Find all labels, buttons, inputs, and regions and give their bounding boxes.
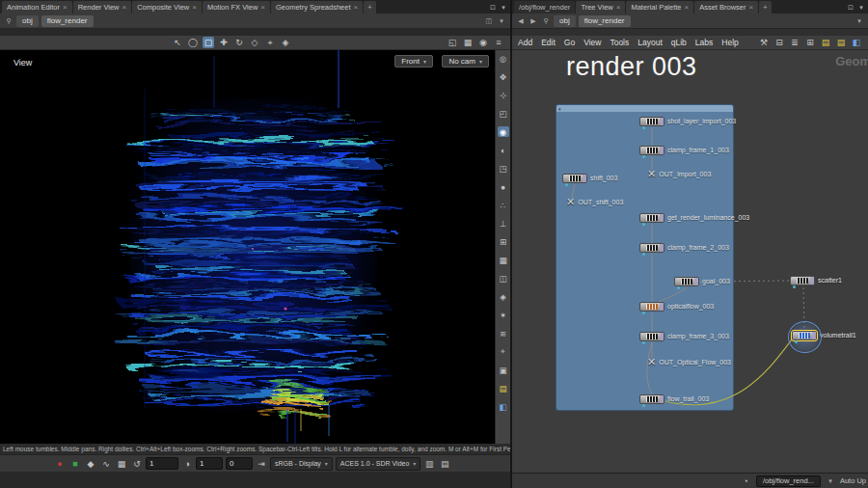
node-flow-trail-003[interactable]: ✕ flow_trail_003 <box>639 394 709 406</box>
new-tab-button[interactable]: + <box>364 1 375 14</box>
lighting-icon[interactable]: ✶ <box>498 310 509 320</box>
wrench-icon[interactable]: ⚒ <box>758 37 770 48</box>
node-clamp-frame-3-003[interactable]: ✕ clamp_frame_3_003 <box>639 332 729 343</box>
snap-grid-icon[interactable]: ⊟ <box>773 37 785 48</box>
pin-icon[interactable]: ⚲ <box>4 17 14 25</box>
node-opticalflow-003[interactable]: ✕ opticalflow_003 <box>639 302 714 313</box>
pane-tab[interactable]: Tree View × <box>576 1 625 14</box>
menu-item[interactable]: qLib <box>671 38 687 47</box>
pane-tab[interactable]: Asset Browser × <box>694 1 758 14</box>
record-icon[interactable]: ● <box>54 458 66 470</box>
pane-tab-menu-icon[interactable]: ▾ <box>499 1 508 14</box>
menu-item[interactable]: Layout <box>637 38 663 47</box>
node-goal-003[interactable]: ✕ goal_003 <box>674 277 730 288</box>
node-clamp-frame-2-003[interactable]: ✕ clamp_frame_2_003 <box>639 243 729 255</box>
pivot-icon[interactable]: ⌖ <box>498 346 509 357</box>
motion-fx-icon[interactable]: ∿ <box>100 458 112 470</box>
node-volumetrail1[interactable]: ✕ volumetrail1 <box>792 331 856 342</box>
loop-icon[interactable]: ↺ <box>131 458 143 470</box>
pane-tab[interactable]: Material Palette × <box>626 1 693 14</box>
menu-item[interactable]: Tools <box>610 38 629 47</box>
back-icon[interactable]: ◀ <box>516 17 526 25</box>
frame-field[interactable] <box>146 457 178 470</box>
split-display-icon[interactable]: ▥ <box>423 458 435 470</box>
view-tool-icon[interactable]: ◎ <box>498 53 509 64</box>
grid-toggle-icon[interactable]: ⊞ <box>498 236 509 247</box>
view-transform-dropdown[interactable]: ACES 1.0 - SDR Video ▾ <box>336 457 420 471</box>
forward-icon[interactable]: ▶ <box>529 17 538 25</box>
color-correction-icon[interactable]: ◧ <box>498 401 509 412</box>
status-caret-icon[interactable]: ▾ <box>826 477 835 485</box>
node-clamp-frame-1-003[interactable]: ✕ clamp_frame_1_003 <box>639 146 729 157</box>
rotate-tool-icon[interactable]: ↻ <box>233 37 245 48</box>
select-mode-icon[interactable]: ⊹ <box>498 90 509 100</box>
pane-path-tab[interactable]: /obj/flow_render <box>514 1 575 14</box>
pane-tab[interactable]: Render View × <box>73 1 131 14</box>
grid-view-icon[interactable]: ⊞ <box>804 37 816 48</box>
pin-icon[interactable]: ⚲ <box>541 17 551 25</box>
smooth-shade-icon[interactable]: ● <box>498 181 509 192</box>
close-tab-icon[interactable]: × <box>685 3 690 12</box>
pane-tab-menu-icon[interactable]: ▾ <box>856 1 866 14</box>
gamma-icon[interactable]: ◑ <box>181 458 193 470</box>
list-view-icon[interactable]: ≣ <box>789 37 800 48</box>
network-editor-canvas[interactable]: render 003 Geom ▾ <box>512 50 868 473</box>
notes-icon[interactable]: ▤ <box>835 37 847 48</box>
menu-item[interactable]: Add <box>518 38 532 47</box>
wireframe-icon[interactable]: ◳ <box>498 163 509 174</box>
render-region-icon[interactable]: ◱ <box>447 37 458 48</box>
ortho-view-icon[interactable]: ▦ <box>498 255 509 265</box>
pane-tab[interactable]: Composite View × <box>132 1 202 14</box>
flipbook-settings-icon[interactable]: ▤ <box>498 383 509 393</box>
box-select-icon[interactable]: ▢ <box>203 37 214 48</box>
menu-item[interactable]: Go <box>564 38 575 47</box>
node-scatter1[interactable]: ✕ scatter1 <box>790 276 842 287</box>
new-tab-button[interactable]: + <box>759 1 771 14</box>
close-tab-icon[interactable]: × <box>192 3 197 12</box>
node-shift-003[interactable]: ✕ shift_003 <box>562 174 617 185</box>
colorspace-dropdown[interactable]: sRGB - Display ▾ <box>270 457 333 471</box>
playbar-display-icon[interactable]: ▦ <box>116 458 127 470</box>
scene-viewport[interactable]: View Front ▾ No cam ▾ <box>0 50 495 444</box>
close-tab-icon[interactable]: × <box>616 3 621 12</box>
pan-tool-icon[interactable]: ✥ <box>498 71 509 82</box>
update-mode-icon[interactable]: ◔ <box>740 475 751 487</box>
snap-icon[interactable]: ◈ <box>280 37 291 48</box>
menu-item[interactable]: Help <box>721 38 738 47</box>
close-tab-icon[interactable]: × <box>63 3 68 12</box>
split-pane-icon[interactable]: ◫ <box>483 17 494 25</box>
shading-mode-icon[interactable]: ◐ <box>498 145 509 155</box>
auto-key-icon[interactable]: ◆ <box>85 458 96 470</box>
camera-select-button[interactable]: No cam ▾ <box>442 55 489 68</box>
node-out-import-003[interactable]: ✕ OUT_Import_003 <box>647 170 711 181</box>
lasso-select-icon[interactable]: ◯ <box>187 37 199 48</box>
template-display-icon[interactable]: ▣ <box>498 365 509 375</box>
view-direction-button[interactable]: Front ▾ <box>394 55 433 68</box>
exposure-field[interactable] <box>226 457 253 470</box>
multi-pane-icon[interactable]: ◫ <box>498 273 509 284</box>
snapshot-icon[interactable]: ◉ <box>477 37 489 48</box>
path-menu-icon[interactable]: ▾ <box>854 17 864 25</box>
camera-view-icon[interactable]: ◉ <box>498 126 509 137</box>
color-bars-icon[interactable]: ▤ <box>439 458 450 470</box>
path-current-button[interactable]: flow_render <box>579 15 631 27</box>
close-tab-icon[interactable]: × <box>122 3 127 12</box>
flipbook-icon[interactable]: ▦ <box>462 37 474 48</box>
auto-update-label[interactable]: Auto Up <box>840 476 866 485</box>
maximize-pane-icon[interactable]: ⊡ <box>488 1 498 14</box>
select-arrow-icon[interactable]: ↖ <box>172 37 183 48</box>
path-root-button[interactable]: obj <box>554 15 576 27</box>
display-points-icon[interactable]: ∴ <box>498 200 509 210</box>
path-root-button[interactable]: obj <box>16 15 39 27</box>
node-out-shift-003[interactable]: ✕ OUT_shift_003 <box>566 198 623 209</box>
scale-tool-icon[interactable]: ◇ <box>249 37 260 48</box>
menu-item[interactable]: View <box>583 38 601 47</box>
frame-view-icon[interactable]: ◰ <box>498 108 509 119</box>
close-tab-icon[interactable]: × <box>260 3 265 12</box>
move-tool-icon[interactable]: ✚ <box>218 37 230 48</box>
sticky-note-icon[interactable]: ▤ <box>820 37 831 48</box>
menu-item[interactable]: Labs <box>695 38 713 47</box>
pane-tab[interactable]: Motion FX View × <box>203 1 270 14</box>
range-icon[interactable]: ⇥ <box>256 458 267 470</box>
maximize-pane-icon[interactable]: ⊡ <box>846 1 855 14</box>
